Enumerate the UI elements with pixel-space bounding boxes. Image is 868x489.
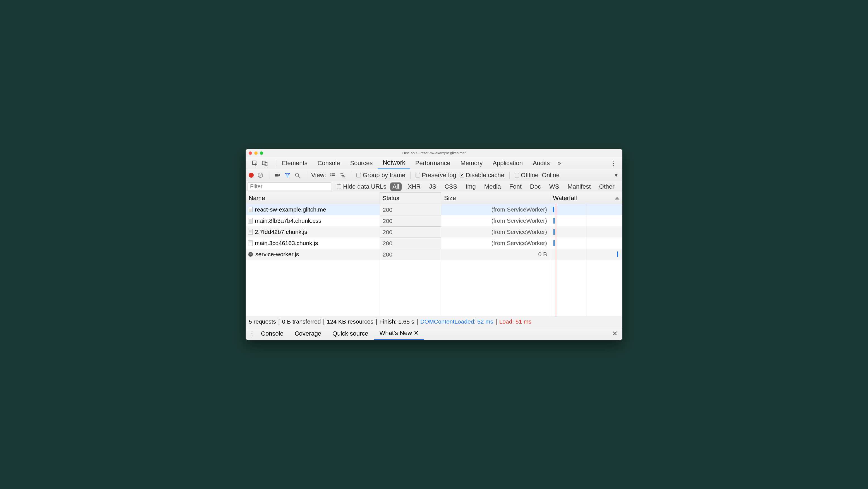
- drawer-tab-quick-source[interactable]: Quick source: [327, 327, 374, 340]
- filter-bar: Hide data URLs AllXHRJSCSSImgMediaFontDo…: [246, 181, 622, 192]
- request-status: 200: [383, 206, 393, 213]
- filter-type-manifest[interactable]: Manifest: [565, 182, 593, 191]
- table-row[interactable]: service-worker.js2000 B: [246, 249, 622, 260]
- disable-cache-checkbox[interactable]: Disable cache: [460, 172, 504, 179]
- filter-type-xhr[interactable]: XHR: [406, 182, 423, 191]
- table-row[interactable]: 2.7fdd42b7.chunk.js200(from ServiceWorke…: [246, 226, 622, 237]
- request-name: react-sw-example.glitch.me: [255, 206, 326, 213]
- status-transferred: 0 B transferred: [282, 318, 321, 325]
- svg-rect-12: [341, 173, 343, 174]
- table-body: react-sw-example.glitch.me200(from Servi…: [246, 204, 622, 316]
- request-status: 200: [383, 218, 393, 224]
- tab-performance[interactable]: Performance: [410, 157, 456, 169]
- group-by-frame-checkbox[interactable]: Group by frame: [356, 172, 405, 179]
- filter-type-ws[interactable]: WS: [547, 182, 561, 191]
- filter-type-doc[interactable]: Doc: [528, 182, 543, 191]
- request-name: service-worker.js: [255, 251, 299, 258]
- filter-type-css[interactable]: CSS: [442, 182, 459, 191]
- offline-checkbox[interactable]: Offline: [515, 172, 538, 179]
- table-row[interactable]: main.3cd46163.chunk.js200(from ServiceWo…: [246, 237, 622, 249]
- drawer-tab-what-s-new[interactable]: What's New ✕: [374, 327, 425, 340]
- request-status: 200: [383, 240, 393, 247]
- drawer-tab-coverage[interactable]: Coverage: [289, 327, 327, 340]
- svg-rect-5: [275, 174, 279, 176]
- tab-console[interactable]: Console: [313, 157, 345, 169]
- svg-line-7: [298, 176, 300, 177]
- drawer-tab-console[interactable]: Console: [255, 327, 289, 340]
- device-toggle-icon[interactable]: [261, 160, 268, 167]
- col-waterfall[interactable]: Waterfall: [550, 192, 622, 204]
- filter-type-font[interactable]: Font: [507, 182, 524, 191]
- request-size: 0 B: [538, 251, 547, 258]
- more-tabs-icon[interactable]: »: [556, 160, 563, 167]
- request-size: (from ServiceWorker): [492, 206, 547, 213]
- waterfall-bar: [554, 240, 555, 246]
- filter-icon[interactable]: [284, 172, 291, 178]
- svg-line-4: [259, 173, 262, 177]
- filter-type-all[interactable]: All: [390, 182, 401, 191]
- svg-rect-8: [331, 173, 332, 174]
- col-name[interactable]: Name: [246, 192, 380, 204]
- inspect-element-icon[interactable]: [251, 160, 258, 167]
- tab-audits[interactable]: Audits: [528, 157, 555, 169]
- tab-application[interactable]: Application: [488, 157, 528, 169]
- filter-type-other[interactable]: Other: [597, 182, 617, 191]
- network-toolbar: View: Group by frame Preserve log Disabl…: [246, 169, 622, 181]
- status-resources: 124 KB resources: [327, 318, 373, 325]
- clear-icon[interactable]: [257, 172, 264, 178]
- file-icon: [248, 218, 253, 224]
- col-size[interactable]: Size: [441, 192, 550, 204]
- devtools-window: DevTools - react-sw-example.glitch.me/ E…: [246, 149, 622, 340]
- close-tab-icon[interactable]: ✕: [414, 329, 418, 337]
- svg-rect-13: [342, 175, 344, 176]
- svg-point-6: [296, 173, 299, 176]
- status-finish: Finish: 1.65 s: [379, 318, 414, 325]
- tab-elements[interactable]: Elements: [277, 157, 313, 169]
- titlebar: DevTools - react-sw-example.glitch.me/: [246, 149, 622, 157]
- filter-type-media[interactable]: Media: [482, 182, 503, 191]
- drawer-tabstrip: ⋮ ConsoleCoverageQuick sourceWhat's New …: [246, 327, 622, 340]
- camera-icon[interactable]: [274, 172, 281, 178]
- waterfall-bar: [554, 218, 555, 224]
- record-button[interactable]: [249, 173, 254, 178]
- sort-ascending-icon: [615, 197, 619, 200]
- svg-rect-11: [332, 175, 335, 176]
- view-label: View:: [311, 172, 326, 179]
- table-row[interactable]: main.8fb3a7b4.chunk.css200(from ServiceW…: [246, 215, 622, 226]
- hide-data-urls-checkbox[interactable]: Hide data URLs: [337, 183, 386, 190]
- file-icon: [248, 240, 253, 246]
- filter-input[interactable]: [248, 182, 331, 191]
- request-status: 200: [383, 229, 393, 235]
- table-header: Name Status Size Waterfall: [246, 192, 622, 204]
- drawer-menu-icon[interactable]: ⋮: [249, 330, 255, 337]
- status-load: Load: 51 ms: [499, 318, 532, 325]
- waterfall-view-icon[interactable]: [339, 172, 346, 178]
- throttling-dropdown-icon[interactable]: ▾: [613, 172, 619, 178]
- status-bar: 5 requests | 0 B transferred | 124 KB re…: [246, 316, 622, 327]
- waterfall-bar: [617, 252, 618, 257]
- kebab-menu-icon[interactable]: ⋮: [607, 160, 620, 167]
- tab-network[interactable]: Network: [378, 157, 410, 169]
- svg-rect-14: [342, 176, 345, 177]
- gear-icon: [248, 252, 253, 257]
- request-name: main.3cd46163.chunk.js: [255, 240, 318, 247]
- search-icon[interactable]: [294, 172, 301, 178]
- request-name: 2.7fdd42b7.chunk.js: [255, 229, 307, 235]
- waterfall-bar: [553, 207, 554, 212]
- preserve-log-checkbox[interactable]: Preserve log: [415, 172, 456, 179]
- svg-rect-10: [331, 175, 332, 176]
- tab-memory[interactable]: Memory: [456, 157, 488, 169]
- large-rows-icon[interactable]: [329, 172, 336, 178]
- online-label: Online: [542, 172, 560, 179]
- svg-rect-1: [262, 161, 266, 165]
- request-size: (from ServiceWorker): [492, 218, 547, 224]
- close-drawer-icon[interactable]: ✕: [610, 330, 619, 338]
- request-size: (from ServiceWorker): [492, 229, 547, 235]
- status-dcl: DOMContentLoaded: 52 ms: [420, 318, 493, 325]
- filter-type-img[interactable]: Img: [463, 182, 478, 191]
- file-icon: [248, 207, 253, 212]
- filter-type-js[interactable]: JS: [427, 182, 438, 191]
- table-row[interactable]: react-sw-example.glitch.me200(from Servi…: [246, 204, 622, 215]
- col-status[interactable]: Status: [380, 192, 441, 203]
- tab-sources[interactable]: Sources: [345, 157, 378, 169]
